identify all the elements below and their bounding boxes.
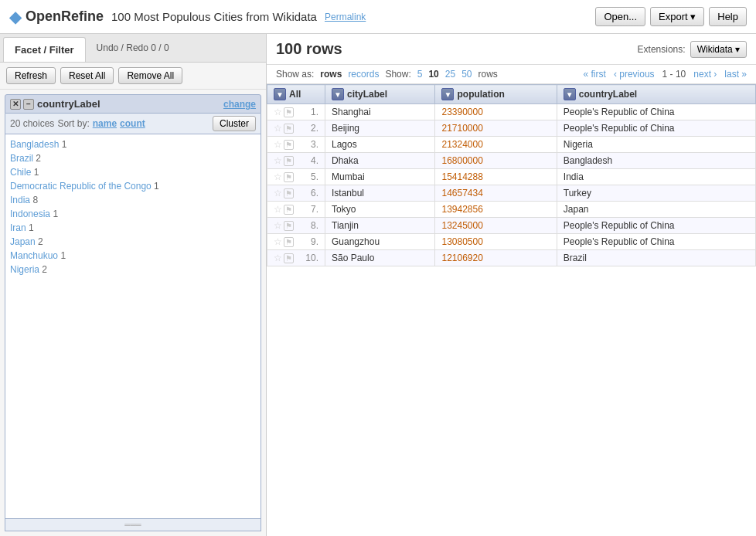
flag-icon[interactable]: ⚑ [284, 205, 294, 215]
show-5-link[interactable]: 5 [417, 69, 423, 80]
facet-item-link[interactable]: Iran [10, 222, 26, 233]
show-25-link[interactable]: 25 [445, 69, 455, 80]
row-number: 10. [295, 253, 318, 263]
row-number: 2. [295, 123, 318, 134]
city-cell: Lagos [325, 137, 435, 153]
row-all-cell: ☆ ⚑ 4. [267, 153, 325, 169]
flag-icon[interactable]: ⚑ [284, 107, 294, 117]
show-50-link[interactable]: 50 [461, 69, 472, 80]
facet-item-link[interactable]: Indonesia [10, 209, 50, 219]
facet-item-count: 1 [62, 139, 67, 150]
last-page-link[interactable]: last » [724, 69, 747, 80]
sort-by-label: Sort by: [57, 118, 89, 129]
facet-item-link[interactable]: Japan [10, 236, 36, 247]
first-page-link[interactable]: « first [584, 69, 606, 80]
facet-item-count: 2 [36, 153, 41, 164]
flag-icon[interactable]: ⚑ [284, 253, 294, 263]
country-cell: Japan [557, 202, 755, 218]
row-all-cell: ☆ ⚑ 10. [267, 250, 325, 266]
population-col-dropdown[interactable]: ▼ [441, 88, 454, 100]
wikidata-button[interactable]: Wikidata ▾ [690, 41, 747, 58]
flag-icon[interactable]: ⚑ [284, 172, 294, 182]
population-cell: 16800000 [435, 153, 557, 169]
flag-icon[interactable]: ⚑ [284, 237, 294, 247]
row-all-cell: ☆ ⚑ 1. [267, 104, 325, 120]
facet-item-link[interactable]: Chile [10, 167, 31, 178]
records-view-link[interactable]: records [348, 69, 379, 80]
facet-item-link[interactable]: Bangladesh [10, 139, 59, 150]
population-value: 13080500 [441, 236, 482, 247]
all-col-dropdown[interactable]: ▼ [274, 88, 286, 100]
header: ◆ OpenRefine 100 Most Populous Cities fr… [0, 0, 756, 34]
undo-redo-label: Undo / Redo [97, 42, 148, 53]
row-number: 5. [295, 171, 318, 182]
flag-icon[interactable]: ⚑ [284, 221, 294, 231]
header-left: ◆ OpenRefine 100 Most Populous Cities fr… [9, 8, 366, 26]
facet-close-icon[interactable]: ✕ [10, 99, 21, 110]
country-cell: Brazil [557, 250, 755, 266]
star-icon[interactable]: ☆ [274, 123, 282, 134]
star-icon[interactable]: ☆ [274, 220, 282, 231]
row-all-cell: ☆ ⚑ 6. [267, 185, 325, 202]
row-all-cell: ☆ ⚑ 8. [267, 218, 325, 234]
star-icon[interactable]: ☆ [274, 139, 282, 150]
export-button[interactable]: Export ▾ [650, 7, 704, 26]
permalink-link[interactable]: Permalink [325, 12, 366, 22]
facet-item-count: 2 [38, 236, 43, 247]
sort-count-link[interactable]: count [120, 118, 145, 129]
undo-redo-area: Undo / Redo 0 / 0 [89, 36, 177, 59]
right-panel: 100 rows Extensions: Wikidata ▾ Show as:… [267, 34, 756, 536]
table-row: ☆ ⚑ 8. Tianjin 13245000 People's Republi… [267, 218, 756, 234]
facet-header-icons: ✕ − [10, 99, 34, 110]
population-cell: 21710000 [435, 120, 557, 137]
row-all-cell: ☆ ⚑ 9. [267, 234, 325, 250]
remove-all-button[interactable]: Remove All [118, 67, 182, 84]
country-cell: Turkey [557, 185, 755, 202]
rows-view-link[interactable]: rows [320, 69, 342, 80]
flag-icon[interactable]: ⚑ [284, 140, 294, 150]
star-icon[interactable]: ☆ [274, 155, 282, 166]
next-page-link[interactable]: next › [693, 69, 717, 80]
facet-list: Bangladesh 1Brazil 2Chile 1Democratic Re… [5, 134, 261, 519]
flag-icon[interactable]: ⚑ [284, 124, 294, 134]
facet-item-link[interactable]: Nigeria [10, 264, 39, 275]
prev-page-link[interactable]: ‹ previous [614, 69, 655, 80]
city-cell: Guangzhou [325, 234, 435, 250]
facet-item-link[interactable]: Manchukuo [10, 250, 58, 261]
extensions-area: Extensions: Wikidata ▾ [638, 41, 747, 58]
city-col-dropdown[interactable]: ▼ [332, 88, 344, 100]
star-icon[interactable]: ☆ [274, 107, 282, 117]
facet-box: ✕ − countryLabel change 20 choices Sort … [0, 90, 266, 536]
refresh-button[interactable]: Refresh [6, 67, 56, 84]
facet-list-item: Nigeria 2 [10, 263, 256, 276]
star-icon[interactable]: ☆ [274, 253, 282, 263]
help-button[interactable]: Help [709, 7, 747, 26]
sort-name-link[interactable]: name [93, 118, 117, 129]
row-count: 100 rows [276, 40, 342, 58]
facet-minimize-icon[interactable]: − [23, 99, 34, 110]
country-cell: People's Republic of China [557, 218, 755, 234]
star-icon[interactable]: ☆ [274, 236, 282, 247]
star-icon[interactable]: ☆ [274, 204, 282, 215]
country-cell: People's Republic of China [557, 234, 755, 250]
show-10-link[interactable]: 10 [428, 69, 438, 80]
reset-all-button[interactable]: Reset All [60, 67, 114, 84]
cluster-button[interactable]: Cluster [213, 116, 256, 131]
row-actions: ☆ ⚑ 4. [274, 155, 318, 166]
flag-icon[interactable]: ⚑ [284, 156, 294, 166]
country-col-dropdown[interactable]: ▼ [564, 88, 576, 100]
open-button[interactable]: Open... [595, 7, 645, 26]
city-cell: Mumbai [325, 169, 435, 185]
facet-item-link[interactable]: India [10, 195, 30, 205]
flag-icon[interactable]: ⚑ [284, 188, 294, 198]
star-icon[interactable]: ☆ [274, 188, 282, 198]
table-header-row: ▼ All ▼ cityLabel ▼ [267, 85, 756, 104]
tab-facet-filter[interactable]: Facet / Filter [3, 37, 86, 62]
facet-item-link[interactable]: Democratic Republic of the Congo [10, 181, 152, 192]
facet-item-link[interactable]: Brazil [10, 153, 33, 164]
facet-change-link[interactable]: change [223, 99, 256, 110]
star-icon[interactable]: ☆ [274, 171, 282, 182]
population-value: 15414288 [441, 171, 482, 182]
table-row: ☆ ⚑ 9. Guangzhou 13080500 People's Repub… [267, 234, 756, 250]
show-label: Show: [385, 69, 410, 80]
